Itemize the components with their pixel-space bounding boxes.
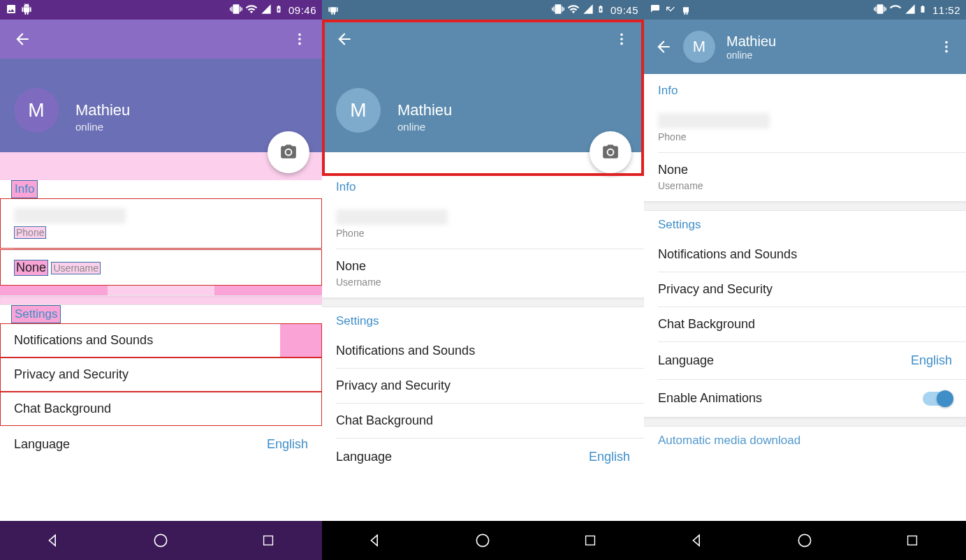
settings-item-language[interactable]: Language English [322, 439, 644, 476]
username-row[interactable]: None Username [322, 249, 644, 297]
android-icon [21, 3, 32, 17]
auto-download-section-header: Automatic media download [644, 427, 966, 448]
battery-charging-icon [919, 3, 927, 17]
phone-value-redacted [336, 209, 448, 225]
phone-row[interactable]: Phone [322, 200, 644, 249]
profile-name: Mathieu [726, 34, 776, 50]
wifi-icon [567, 3, 580, 17]
nav-recents-button[interactable] [240, 526, 296, 554]
svg-point-2 [298, 43, 301, 45]
nav-home-button[interactable] [455, 526, 511, 554]
username-label: Username [51, 262, 101, 274]
battery-charging-icon [597, 3, 605, 17]
username-value: None [14, 260, 48, 276]
overflow-menu-button[interactable] [932, 33, 960, 61]
settings-item-language[interactable]: Language English [0, 426, 322, 463]
back-button[interactable] [8, 25, 36, 53]
username-value: None [658, 163, 952, 177]
language-value: English [589, 450, 630, 464]
settings-item-notifications[interactable]: Notifications and Sounds [0, 323, 322, 358]
profile-header: M Mathieu online [0, 20, 322, 152]
signal-icon [905, 3, 916, 17]
profile-header-compact: M Mathieu online [644, 20, 966, 74]
language-value: English [911, 353, 952, 368]
nav-recents-button[interactable] [562, 526, 618, 554]
android-icon [328, 3, 339, 17]
username-label: Username [336, 277, 630, 288]
settings-item-notifications[interactable]: Notifications and Sounds [322, 334, 644, 368]
phone-row[interactable]: Phone [0, 198, 322, 249]
svg-point-13 [799, 534, 811, 546]
nav-recents-button[interactable] [884, 526, 940, 554]
settings-section-header: Settings [322, 314, 644, 334]
vibrate-icon [874, 3, 886, 17]
svg-point-6 [620, 38, 623, 40]
settings-item-privacy[interactable]: Privacy and Security [322, 369, 644, 403]
username-row[interactable]: None Username [0, 249, 322, 286]
nav-home-button[interactable] [133, 526, 189, 554]
signal-icon [583, 3, 594, 17]
wifi-icon [889, 3, 902, 17]
profile-name: Mathieu [397, 101, 452, 119]
android-nav-bar [0, 521, 322, 560]
animations-toggle[interactable] [923, 392, 952, 406]
svg-point-7 [620, 43, 623, 45]
avatar[interactable]: M [14, 88, 59, 133]
camera-fab[interactable] [268, 131, 309, 173]
settings-item-privacy[interactable]: Privacy and Security [644, 272, 966, 307]
phone-value-redacted [14, 208, 126, 223]
overflow-menu-button[interactable] [286, 25, 314, 53]
status-time: 09:45 [610, 4, 638, 16]
battery-charging-icon [275, 3, 283, 17]
settings-section-header: Settings [644, 218, 966, 237]
settings-item-language[interactable]: Language English [644, 342, 966, 379]
svg-rect-14 [908, 536, 917, 545]
phone-debug: 09:46 M Mathieu online Info Phone [0, 0, 322, 560]
status-time: 11:52 [932, 4, 960, 16]
username-value: None [336, 259, 630, 274]
svg-rect-4 [264, 536, 273, 545]
profile-header: M Mathieu online [322, 20, 644, 152]
profile-name: Mathieu [75, 101, 130, 119]
settings-item-chat-bg[interactable]: Chat Background [0, 392, 322, 426]
nav-back-button[interactable] [26, 526, 82, 554]
settings-item-chat-bg[interactable]: Chat Background [644, 307, 966, 341]
back-button[interactable] [330, 25, 358, 53]
phone-scrolled: 11:52 M Mathieu online Info Phone None U… [644, 0, 966, 560]
profile-status: online [397, 121, 452, 133]
settings-item-animations[interactable]: Enable Animations [644, 380, 966, 417]
svg-point-8 [477, 534, 489, 546]
status-time: 09:46 [288, 4, 316, 16]
nav-back-button[interactable] [348, 526, 404, 554]
back-button[interactable] [650, 33, 678, 61]
nav-home-button[interactable] [777, 526, 833, 554]
language-value: English [267, 437, 308, 452]
status-bar: 09:46 [0, 0, 322, 20]
info-section-header: Info [11, 180, 38, 198]
username-row[interactable]: None Username [644, 153, 966, 201]
settings-item-privacy[interactable]: Privacy and Security [0, 358, 322, 392]
settings-section-header: Settings [11, 305, 61, 323]
status-bar: 09:45 [322, 0, 644, 20]
avatar[interactable]: M [683, 31, 715, 63]
svg-point-5 [620, 34, 623, 36]
info-section-header: Info [644, 84, 966, 103]
svg-point-10 [945, 41, 948, 44]
settings-item-chat-bg[interactable]: Chat Background [322, 404, 644, 438]
settings-item-notifications[interactable]: Notifications and Sounds [644, 237, 966, 272]
svg-point-11 [945, 45, 948, 48]
wifi-icon [245, 3, 258, 17]
svg-point-1 [298, 38, 301, 40]
vibrate-icon [230, 3, 242, 17]
android-nav-bar [322, 521, 644, 560]
phone-row[interactable]: Phone [644, 103, 966, 152]
svg-rect-9 [586, 536, 595, 545]
phone-label: Phone [336, 228, 630, 239]
camera-fab[interactable] [590, 131, 631, 173]
notification-icon [650, 3, 661, 17]
avatar[interactable]: M [336, 88, 381, 133]
android-icon [680, 3, 691, 17]
overflow-menu-button[interactable] [608, 25, 636, 53]
nav-back-button[interactable] [670, 526, 726, 554]
svg-point-3 [155, 534, 167, 546]
